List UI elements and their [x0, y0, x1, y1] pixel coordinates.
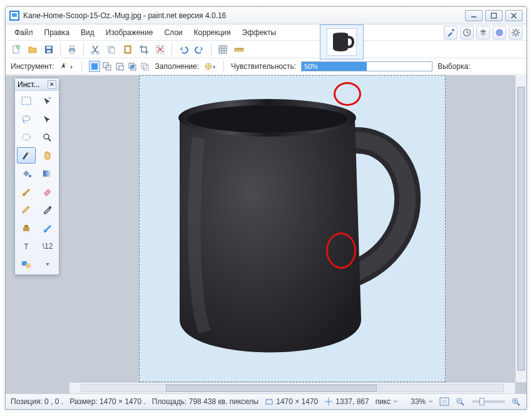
crop-button[interactable] [137, 43, 151, 56]
scroll-track[interactable] [517, 86, 525, 371]
svg-line-13 [513, 29, 514, 31]
selection-intersect[interactable] [126, 61, 138, 72]
save-button[interactable] [42, 43, 56, 56]
paintbrush-tool[interactable] [17, 184, 36, 200]
gradient-tool[interactable] [38, 165, 57, 182]
canvas-viewport[interactable] [69, 75, 515, 382]
toolbox-titlebar[interactable]: Инст... ✕ [15, 78, 59, 91]
redo-button[interactable] [193, 43, 207, 56]
svg-rect-28 [110, 48, 115, 53]
line-tool[interactable]: \12 [38, 238, 57, 254]
pencil-tool[interactable] [17, 202, 36, 218]
layers-toggle-button[interactable] [476, 26, 490, 39]
zoom-slider[interactable] [472, 400, 505, 403]
clone-stamp-tool[interactable] [17, 220, 36, 236]
canvas-size-icon [265, 397, 274, 406]
zoom-tool[interactable] [38, 129, 57, 145]
colors-toggle-button[interactable] [493, 26, 506, 39]
toolbox-window[interactable]: Инст... ✕ T \12 [14, 78, 59, 275]
separator [83, 44, 84, 55]
status-canvas-size: 1470 × 1470 [265, 397, 318, 406]
close-button[interactable] [505, 10, 523, 21]
toolbox-close-icon[interactable]: ✕ [48, 80, 56, 89]
app-icon [9, 11, 19, 21]
svg-point-49 [44, 134, 49, 139]
new-button[interactable] [9, 43, 23, 56]
svg-rect-54 [43, 170, 52, 177]
rectangle-select-tool[interactable] [17, 93, 36, 109]
lasso-select-tool[interactable] [17, 111, 36, 127]
settings-button[interactable] [509, 26, 523, 39]
paint-bucket-tool[interactable] [17, 165, 36, 182]
maximize-button[interactable] [485, 10, 503, 21]
tool-selector[interactable] [59, 61, 74, 71]
scroll-thumb[interactable] [166, 385, 377, 392]
ellipse-select-tool[interactable] [17, 129, 36, 145]
tool-options-bar: Инструмент: Заполнение: Чувствительность… [6, 58, 526, 75]
fill-mode-button[interactable] [204, 62, 217, 71]
vertical-scrollbar[interactable] [515, 75, 526, 382]
magic-wand-tool[interactable] [17, 147, 36, 164]
shapes-dropdown[interactable] [38, 256, 57, 273]
menu-edit[interactable]: Правка [39, 26, 75, 39]
svg-point-5 [452, 29, 454, 31]
zoom-out-button[interactable] [456, 397, 466, 406]
selection-mode-group [89, 61, 150, 72]
svg-point-8 [514, 31, 518, 34]
color-picker-tool[interactable] [38, 202, 57, 218]
undo-button[interactable] [176, 43, 190, 56]
svg-rect-39 [119, 66, 123, 70]
svg-line-72 [517, 403, 519, 405]
canvas[interactable] [139, 75, 446, 382]
text-tool[interactable]: T [17, 238, 36, 254]
scroll-track[interactable] [81, 384, 504, 392]
menu-adjustments[interactable]: Коррекция [189, 26, 236, 39]
window-title: Kane-Home-Scoop-15-Oz.-Mug.jpg - paint.n… [23, 11, 465, 20]
menu-file[interactable]: Файл [9, 26, 38, 39]
tools-toggle-button[interactable] [444, 26, 458, 39]
svg-rect-56 [25, 226, 28, 227]
print-button[interactable] [65, 43, 79, 56]
recolor-tool[interactable] [38, 220, 57, 236]
selection-subtract[interactable] [114, 61, 125, 72]
tool-grid: T \12 [15, 91, 59, 274]
separator [211, 44, 212, 55]
zoom-slider-knob[interactable] [479, 398, 484, 405]
horizontal-scrollbar[interactable] [69, 382, 515, 393]
history-toggle-button[interactable] [460, 26, 474, 39]
fit-window-button[interactable] [439, 397, 449, 406]
status-unit-selector[interactable]: пикс [376, 397, 399, 406]
sensitivity-slider[interactable]: 50% [301, 61, 432, 71]
menu-layers[interactable]: Слои [159, 26, 187, 39]
deselect-button[interactable] [153, 43, 167, 56]
status-zoom[interactable]: 33% [411, 397, 433, 406]
status-size: Размер: 1470 × 1470 . [69, 397, 146, 406]
move-pixels-tool[interactable] [38, 111, 57, 127]
document-thumbnail[interactable] [320, 24, 364, 60]
copy-button[interactable] [105, 43, 118, 56]
cut-button[interactable] [88, 43, 102, 56]
shapes-tool[interactable] [17, 256, 36, 273]
minimize-button[interactable] [465, 10, 483, 21]
selection-add[interactable] [101, 61, 113, 72]
chevron-down-icon [428, 399, 433, 404]
scroll-thumb[interactable] [518, 87, 524, 370]
eraser-tool[interactable] [38, 184, 57, 200]
move-selection-tool[interactable] [38, 93, 57, 109]
zoom-in-button[interactable] [511, 397, 521, 406]
open-button[interactable] [26, 43, 39, 56]
ruler-button[interactable] [232, 43, 246, 56]
tool-label: Инструмент: [11, 62, 54, 71]
selection-replace[interactable] [89, 61, 100, 72]
menu-image[interactable]: Изображение [101, 26, 158, 39]
cursor-icon [324, 397, 333, 406]
grid-button[interactable] [216, 43, 230, 56]
selection-invert[interactable] [139, 61, 150, 72]
menu-effects[interactable]: Эффекты [237, 26, 282, 39]
paste-button[interactable] [121, 43, 135, 56]
menu-view[interactable]: Вид [76, 26, 100, 39]
svg-point-25 [91, 51, 94, 54]
svg-rect-4 [491, 13, 496, 18]
status-cursor: 1337, 867 [324, 397, 369, 406]
pan-tool[interactable] [38, 147, 57, 164]
